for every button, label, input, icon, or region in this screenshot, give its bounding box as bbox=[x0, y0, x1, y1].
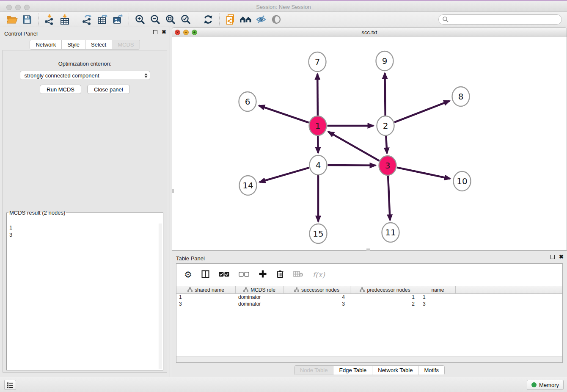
toggle-columns-button[interactable] bbox=[201, 270, 209, 280]
tab-network-table[interactable]: Network Table bbox=[372, 366, 418, 375]
column-header-shared-name[interactable]: shared name bbox=[176, 286, 236, 293]
search-input[interactable] bbox=[449, 15, 558, 24]
column-header-name[interactable]: name bbox=[420, 286, 456, 293]
save-session-button[interactable] bbox=[19, 13, 35, 26]
tab-select[interactable]: Select bbox=[85, 40, 112, 49]
close-panel-button[interactable]: Close panel bbox=[87, 85, 130, 94]
tab-mcds[interactable]: MCDS bbox=[112, 40, 139, 49]
graph-edge-1-7[interactable] bbox=[317, 74, 318, 116]
columns-icon bbox=[201, 270, 209, 278]
graph-edge-3-10[interactable] bbox=[397, 168, 450, 179]
network-canvas[interactable]: 1234678910111415 bbox=[172, 37, 567, 250]
float-panel-icon[interactable] bbox=[153, 30, 157, 34]
graph-edge-4-14[interactable] bbox=[259, 168, 309, 182]
import-network-button[interactable] bbox=[42, 13, 57, 26]
node-table: ⚙ f(x) shared nameMCDS rolesuccessor nod… bbox=[176, 263, 563, 363]
table-cell[interactable]: dominator bbox=[236, 294, 284, 301]
show-task-history-button[interactable] bbox=[4, 380, 16, 390]
export-table-button[interactable] bbox=[95, 13, 110, 26]
table-cell[interactable]: 1 bbox=[350, 294, 420, 301]
deselect-all-button[interactable] bbox=[239, 271, 249, 279]
graph-edge-3-1[interactable] bbox=[328, 132, 380, 161]
tab-node-table[interactable]: Node Table bbox=[295, 366, 334, 375]
graph-edge-4-3[interactable] bbox=[328, 165, 376, 166]
graph-node-9[interactable]: 9 bbox=[376, 51, 394, 71]
graph-node-11[interactable]: 11 bbox=[382, 223, 399, 242]
graph-node-label: 14 bbox=[242, 180, 253, 190]
table-horizontal-scrollbar[interactable] bbox=[176, 356, 562, 362]
memory-button[interactable]: Memory bbox=[527, 380, 564, 390]
open-session-button[interactable] bbox=[4, 13, 19, 26]
graph-edge-1-4[interactable] bbox=[318, 135, 318, 153]
float-panel-icon[interactable] bbox=[550, 255, 555, 259]
tab-motifs[interactable]: Motifs bbox=[418, 366, 444, 375]
table-row[interactable]: 1dominator411 bbox=[176, 294, 562, 301]
create-column-button[interactable] bbox=[259, 270, 267, 280]
graph-node-14[interactable]: 14 bbox=[239, 176, 257, 195]
scroll-grip[interactable] bbox=[172, 189, 174, 193]
graph-node-1[interactable]: 1 bbox=[309, 116, 327, 135]
graph-edge-1-6[interactable] bbox=[259, 105, 309, 122]
function-builder-button[interactable]: f(x) bbox=[313, 271, 325, 279]
criterion-select[interactable]: strongly connected component bbox=[20, 71, 150, 80]
table-panel: Table Panel ✖ ⚙ bbox=[172, 252, 567, 377]
table-cell[interactable]: 3 bbox=[176, 301, 236, 307]
table-cell[interactable]: 4 bbox=[284, 294, 350, 301]
tab-edge-table[interactable]: Edge Table bbox=[333, 366, 372, 375]
network-graph[interactable]: 1234678910111415 bbox=[172, 37, 567, 250]
graph-node-7[interactable]: 7 bbox=[309, 52, 326, 72]
close-panel-icon[interactable]: ✖ bbox=[559, 255, 564, 259]
graph-node-8[interactable]: 8 bbox=[452, 87, 470, 106]
zoom-fit-button[interactable] bbox=[163, 13, 178, 26]
table-row[interactable]: 3dominator323 bbox=[176, 301, 562, 307]
attribute-icon bbox=[243, 287, 248, 292]
graph-node-6[interactable]: 6 bbox=[239, 92, 256, 111]
export-network-button[interactable] bbox=[80, 13, 95, 26]
tab-style[interactable]: Style bbox=[62, 40, 85, 49]
close-panel-icon[interactable]: ✖ bbox=[162, 30, 166, 34]
graph-node-2[interactable]: 2 bbox=[377, 116, 394, 135]
hide-network-button[interactable] bbox=[253, 13, 269, 26]
table-panel-title: Table Panel bbox=[176, 255, 205, 262]
run-mcds-button[interactable]: Run MCDS bbox=[40, 85, 81, 94]
show-graphics-details-button[interactable] bbox=[269, 13, 284, 26]
table-settings-button[interactable]: ⚙ bbox=[184, 271, 192, 279]
column-header-MCDS-role[interactable]: MCDS role bbox=[236, 286, 284, 293]
show-all-networks-button[interactable] bbox=[238, 13, 253, 26]
table-cell[interactable]: 2 bbox=[350, 301, 420, 307]
search-box bbox=[438, 14, 562, 25]
delete-column-button[interactable] bbox=[276, 270, 284, 280]
graph-edge-2-8[interactable] bbox=[394, 101, 449, 122]
delete-table-button[interactable] bbox=[293, 271, 303, 279]
zoom-selected-button[interactable] bbox=[178, 13, 193, 26]
graph-node-3[interactable]: 3 bbox=[379, 156, 396, 175]
column-header-predecessor-nodes[interactable]: predecessor nodes bbox=[350, 286, 420, 293]
zoom-out-button[interactable] bbox=[148, 13, 163, 26]
scroll-grip[interactable] bbox=[366, 248, 370, 251]
table-cell[interactable]: 3 bbox=[420, 301, 456, 307]
duplicate-network-button[interactable] bbox=[223, 13, 238, 26]
graph-node-4[interactable]: 4 bbox=[310, 155, 327, 175]
graph-edge-2-3[interactable] bbox=[386, 135, 387, 154]
table-cell[interactable]: dominator bbox=[236, 301, 284, 307]
tab-network[interactable]: Network bbox=[30, 40, 62, 49]
result-scrollbar[interactable] bbox=[159, 224, 162, 369]
column-header-successor-nodes[interactable]: successor nodes bbox=[284, 286, 350, 293]
table-cell[interactable]: 1 bbox=[176, 294, 236, 301]
zoom-selected-icon bbox=[180, 14, 191, 25]
network-window-titlebar[interactable]: × − + scc.txt bbox=[172, 28, 567, 37]
graph-edge-2-9[interactable] bbox=[385, 73, 385, 116]
graph-node-10[interactable]: 10 bbox=[454, 171, 471, 191]
table-cell[interactable]: 3 bbox=[284, 301, 350, 307]
graph-edge-3-11[interactable] bbox=[388, 175, 390, 221]
table-cell[interactable]: 1 bbox=[420, 294, 456, 301]
mcds-result-text[interactable]: 1 3 bbox=[8, 224, 162, 369]
zoom-in-button[interactable] bbox=[132, 13, 148, 26]
zoom-out-icon bbox=[150, 14, 161, 25]
select-all-button[interactable] bbox=[219, 271, 229, 279]
import-table-button[interactable] bbox=[57, 13, 72, 26]
export-image-button[interactable] bbox=[110, 13, 125, 26]
import-table-icon bbox=[59, 14, 70, 25]
apply-layout-button[interactable] bbox=[201, 13, 216, 26]
graph-node-15[interactable]: 15 bbox=[310, 224, 327, 243]
